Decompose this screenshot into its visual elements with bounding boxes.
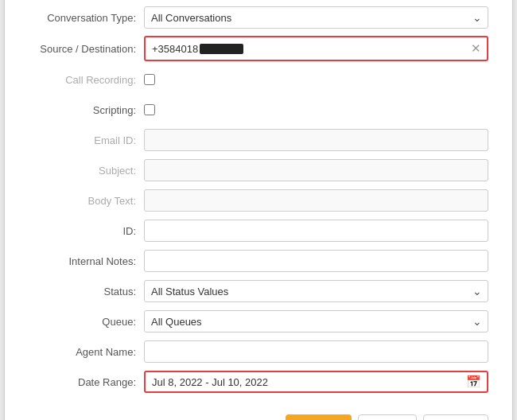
internal-notes-input[interactable]: [144, 250, 488, 272]
search-button[interactable]: Search: [286, 414, 352, 420]
source-dest-text: +3584018: [152, 43, 198, 55]
date-range-input[interactable]: [146, 372, 487, 391]
status-select-wrapper: All Status Values Open Closed Pending ⌄: [144, 280, 488, 302]
subject-label: Subject:: [29, 165, 144, 177]
status-row: Status: All Status Values Open Closed Pe…: [29, 279, 488, 303]
clear-button[interactable]: Clear: [358, 414, 416, 420]
internal-notes-label: Internal Notes:: [29, 255, 144, 267]
email-id-label: Email ID:: [29, 134, 144, 146]
body-text-input[interactable]: [144, 189, 488, 212]
id-input[interactable]: [144, 220, 488, 242]
detailed-search-modal: Detailed Search Conversation Type: All C…: [4, 0, 513, 420]
source-dest-display[interactable]: +3584018: [146, 37, 487, 60]
source-dest-label: Source / Destination:: [29, 43, 144, 55]
email-id-row: Email ID:: [29, 128, 488, 152]
conversation-type-label: Conversation Type:: [29, 12, 144, 24]
scripting-label: Scripting:: [29, 104, 144, 116]
conversation-type-select-wrapper: All Conversations Inbound Outbound ⌄: [144, 6, 488, 29]
modal-footer: Search Clear Cancel: [5, 408, 512, 420]
scripting-row: Scripting:: [29, 98, 488, 122]
call-recording-checkbox-wrapper: [144, 74, 488, 85]
queue-select-wrapper: All Queues Queue 1 Queue 2 ⌄: [144, 310, 488, 332]
form-body: Conversation Type: All Conversations Inb…: [5, 0, 512, 408]
date-range-wrapper: 📅: [144, 371, 488, 393]
agent-name-row: Agent Name:: [29, 340, 488, 364]
internal-notes-row: Internal Notes:: [29, 249, 488, 273]
queue-select[interactable]: All Queues Queue 1 Queue 2: [144, 310, 488, 332]
queue-row: Queue: All Queues Queue 1 Queue 2 ⌄: [29, 309, 488, 333]
masked-text: [200, 44, 243, 54]
date-range-row: Date Range: 📅: [29, 370, 488, 394]
call-recording-label: Call Recording:: [29, 74, 144, 86]
body-text-label: Body Text:: [29, 195, 144, 207]
date-range-label: Date Range:: [29, 376, 144, 388]
cancel-button[interactable]: Cancel: [423, 414, 488, 420]
agent-name-label: Agent Name:: [29, 346, 144, 358]
subject-row: Subject:: [29, 158, 488, 182]
email-id-input[interactable]: [144, 129, 488, 151]
queue-label: Queue:: [29, 316, 144, 328]
conversation-type-select[interactable]: All Conversations Inbound Outbound: [144, 6, 488, 29]
status-select[interactable]: All Status Values Open Closed Pending: [144, 280, 488, 302]
source-dest-input-wrapper: +3584018 ✕: [144, 36, 488, 61]
id-row: ID:: [29, 219, 488, 243]
scripting-checkbox-wrapper: [144, 104, 488, 115]
agent-name-input[interactable]: [144, 340, 488, 363]
source-dest-clear-icon[interactable]: ✕: [471, 41, 481, 56]
source-dest-row: Source / Destination: +3584018 ✕: [29, 36, 488, 61]
body-text-row: Body Text:: [29, 189, 488, 212]
status-label: Status:: [29, 286, 144, 298]
call-recording-checkbox[interactable]: [144, 74, 155, 85]
calendar-icon[interactable]: 📅: [466, 375, 481, 389]
subject-input[interactable]: [144, 159, 488, 181]
call-recording-row: Call Recording:: [29, 68, 488, 91]
conversation-type-row: Conversation Type: All Conversations Inb…: [29, 6, 488, 29]
id-label: ID:: [29, 225, 144, 237]
scripting-checkbox[interactable]: [144, 104, 155, 115]
